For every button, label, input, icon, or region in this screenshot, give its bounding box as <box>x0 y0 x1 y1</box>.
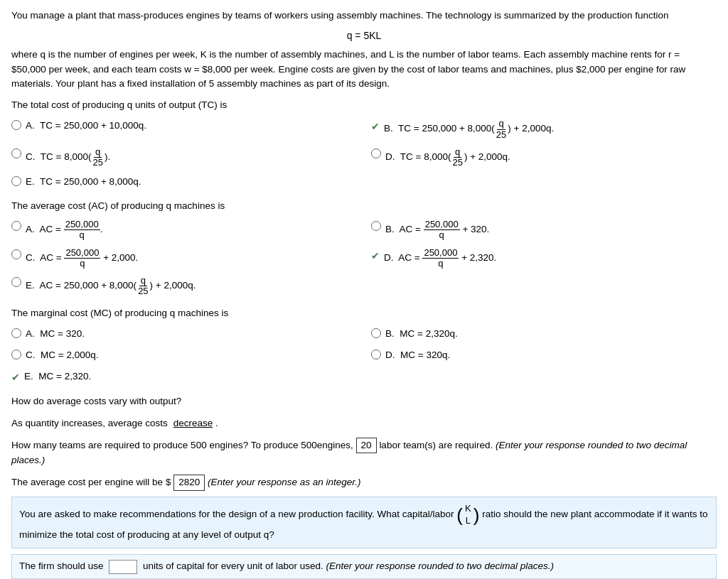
q3-options-grid: A. MC = 320. B. MC = 2,320q. C. MC = 2,0… <box>11 325 717 388</box>
q3-label-c: C. MC = 2,000q. <box>26 348 98 362</box>
q3-option-d[interactable]: D. MC = 320q. <box>371 346 717 364</box>
q2-label-b: B. AC = 250,000q + 320. <box>385 220 489 241</box>
q3-option-e[interactable]: ✔ E. MC = 2,320. <box>11 367 717 387</box>
q2-option-c[interactable]: C. AC = 250,000q + 2,000. <box>11 246 357 271</box>
q2-check-d: ✔ <box>371 249 380 264</box>
q6-answer-row: The average cost per engine will be $ 28… <box>11 475 717 490</box>
q4-answer-prefix: As quantity increases, average costs <box>11 418 168 428</box>
q2-radio-b[interactable] <box>371 221 381 231</box>
q3-radio-c[interactable] <box>11 350 21 359</box>
kl-ratio-matrix: ( K L ) <box>456 503 479 527</box>
q5-text: How many teams are required to produce 5… <box>11 440 353 450</box>
q1-radio-a[interactable] <box>11 120 21 130</box>
intro-paragraph2: where q is the number of engines per wee… <box>11 48 717 91</box>
q7-highlight-text1: You are asked to make recommendations fo… <box>19 509 454 519</box>
q2-question: The average cost (AC) of producing q mac… <box>11 199 717 213</box>
q1-label-a: A. TC = 250,000 + 10,000q. <box>26 119 146 133</box>
q1-label-e: E. TC = 250,000 + 8,000q. <box>26 175 141 189</box>
q7-answer-box: The firm should use units of capital for… <box>11 554 717 578</box>
q1-option-e[interactable]: E. TC = 250,000 + 8,000q. <box>11 173 717 191</box>
q1-label-c: C. TC = 8,000(q25). <box>26 147 110 168</box>
q1-question: The total cost of producing q units of o… <box>11 98 717 112</box>
q2-options-grid: A. AC = 250,000q. B. AC = 250,000q + 320… <box>11 217 717 299</box>
q1-option-d[interactable]: D. TC = 8,000(q25) + 2,000q. <box>371 145 717 171</box>
q1-label-b: B. TC = 250,000 + 8,000(q25) + 2,000q. <box>384 119 554 140</box>
q1-option-b[interactable]: ✔ B. TC = 250,000 + 8,000(q25) + 2,000q. <box>371 117 717 142</box>
q3-option-b[interactable]: B. MC = 2,320q. <box>371 325 717 343</box>
q2-option-b[interactable]: B. AC = 250,000q + 320. <box>371 217 717 243</box>
q4-question: How do average costs vary with output? <box>11 394 717 408</box>
q2-label-e: E. AC = 250,000 + 8,000(q25) + 2,000q. <box>26 276 196 297</box>
matrix-kl: K L <box>463 503 473 527</box>
q6-prefix: The average cost per engine will be $ <box>11 477 171 487</box>
intro-paragraph1: You manage a plant that mass-produces en… <box>11 9 717 23</box>
q3-radio-a[interactable] <box>11 328 21 338</box>
q2-radio-a[interactable] <box>11 221 21 231</box>
q3-check-e: ✔ <box>11 370 20 385</box>
q2-label-a: A. AC = 250,000q. <box>26 220 102 241</box>
q2-option-d[interactable]: ✔ D. AC = 250,000q + 2,320. <box>371 246 717 271</box>
q2-radio-c[interactable] <box>11 249 21 259</box>
q5-boxed-value: 20 <box>356 438 377 453</box>
q1-option-a[interactable]: A. TC = 250,000 + 10,000q. <box>11 117 357 142</box>
q2-radio-e[interactable] <box>11 277 21 287</box>
q3-option-a[interactable]: A. MC = 320. <box>11 325 357 343</box>
q1-options-grid: A. TC = 250,000 + 10,000q. ✔ B. TC = 250… <box>11 117 717 191</box>
q4-answer-row: As quantity increases, average costs dec… <box>11 416 717 431</box>
q7-answer-input-wrapper <box>106 561 143 571</box>
q1-option-c[interactable]: C. TC = 8,000(q25). <box>11 145 357 171</box>
q7-answer-prefix: The firm should use <box>19 561 104 571</box>
production-function: q = 5KL <box>11 28 717 43</box>
q2-option-e[interactable]: E. AC = 250,000 + 8,000(q25) + 2,000q. <box>11 274 717 299</box>
q4-answer-value: decrease <box>173 418 213 428</box>
q5-question: How many teams are required to produce 5… <box>11 438 717 468</box>
q3-radio-d[interactable] <box>371 350 381 359</box>
q1-radio-e[interactable] <box>11 176 21 186</box>
q7-answer-input[interactable] <box>109 560 137 574</box>
q1-check-b: ✔ <box>371 119 380 134</box>
q3-label-e: E. MC = 2,320. <box>24 369 91 384</box>
q1-radio-c[interactable] <box>11 148 21 158</box>
q3-label-b: B. MC = 2,320q. <box>385 327 458 341</box>
q1-radio-d[interactable] <box>371 148 381 158</box>
q3-option-c[interactable]: C. MC = 2,000q. <box>11 346 357 364</box>
q4-period: . <box>215 418 218 428</box>
q2-label-c: C. AC = 250,000q + 2,000. <box>26 248 138 269</box>
q6-note: (Enter your response as an integer.) <box>208 477 361 487</box>
q3-question: The marginal cost (MC) of producing q ma… <box>11 306 717 320</box>
right-paren: ) <box>473 506 480 524</box>
q3-label-a: A. MC = 320. <box>26 327 85 341</box>
q3-radio-b[interactable] <box>371 328 381 338</box>
matrix-k: K <box>465 503 471 515</box>
q1-label-d: D. TC = 8,000(q25) + 2,000q. <box>385 147 510 168</box>
q7-answer-note: (Enter your response rounded to two deci… <box>326 561 554 571</box>
q3-label-d: D. MC = 320q. <box>385 348 450 362</box>
matrix-l: L <box>466 515 471 527</box>
q7-answer-suffix: units of capital for every unit of labor… <box>143 561 323 571</box>
q2-label-d: D. AC = 250,000q + 2,320. <box>384 248 496 269</box>
q2-option-a[interactable]: A. AC = 250,000q. <box>11 217 357 243</box>
q6-boxed-value: 2820 <box>173 475 205 490</box>
left-paren: ( <box>456 506 463 524</box>
q7-highlight-box: You are asked to make recommendations fo… <box>11 497 717 548</box>
